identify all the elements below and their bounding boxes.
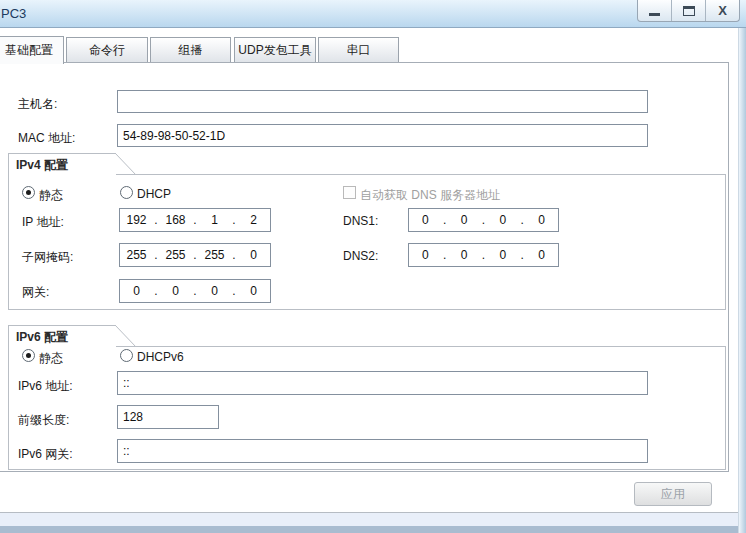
ip-octet: 0 (237, 284, 270, 298)
mac-label: MAC 地址: (18, 130, 75, 147)
ipv6-gateway-label: IPv6 网关: (18, 446, 73, 463)
ipv6-dhcp-label: DHCPv6 (137, 350, 184, 364)
ip-octet: 0 (237, 248, 270, 262)
dns1-label: DNS1: (343, 214, 378, 228)
ip-octet: 2 (237, 213, 270, 227)
close-button[interactable]: X (705, 0, 739, 21)
dns1-input[interactable]: 0.0.0.0 (408, 208, 559, 232)
apply-button[interactable]: 应用 (634, 482, 712, 506)
ip-octet: 0 (448, 248, 481, 262)
window-title: PC3 (1, 6, 26, 21)
panel-border (0, 471, 729, 472)
mac-input[interactable] (117, 124, 648, 147)
ipv4-static-radio[interactable] (22, 186, 35, 199)
ip-octet: 0 (120, 284, 153, 298)
window-frame-bottom (0, 513, 746, 526)
ip-octet: 0 (198, 284, 231, 298)
prefix-length-label: 前缀长度: (18, 412, 69, 429)
ipv4-section-title: IPv4 配置 (8, 153, 116, 175)
ip-octet: 0 (525, 213, 558, 227)
ipv6-static-label: 静态 (39, 350, 63, 367)
panel-border (0, 62, 729, 63)
gateway-input[interactable]: 0.0.0.0 (119, 279, 271, 303)
ip-octet: 0 (448, 213, 481, 227)
ip-octet: 1 (198, 213, 231, 227)
ipv6-section-title: IPv6 配置 (8, 325, 116, 347)
ipv4-dhcp-label: DHCP (137, 187, 171, 201)
ipv6-gateway-input[interactable] (117, 439, 648, 463)
tab-udp-tool[interactable]: UDP发包工具 (234, 37, 316, 62)
hostname-label: 主机名: (18, 96, 57, 113)
hostname-input[interactable] (117, 90, 648, 113)
close-icon: X (718, 4, 727, 17)
auto-dns-label: 自动获取 DNS 服务器地址 (360, 187, 500, 204)
ipv6-dhcp-radio[interactable] (120, 349, 133, 362)
maximize-button[interactable] (671, 0, 705, 21)
gateway-label: 网关: (22, 284, 49, 301)
window-controls: X (637, 0, 740, 22)
prefix-length-input[interactable] (117, 405, 219, 429)
panel-border (728, 62, 729, 471)
ip-octet: 0 (409, 213, 442, 227)
minimize-icon (649, 13, 660, 16)
window-frame-bottom-edge (0, 526, 746, 533)
ip-octet: 255 (120, 248, 153, 262)
ip-octet: 0 (409, 248, 442, 262)
ip-octet: 0 (487, 248, 520, 262)
ip-octet: 255 (198, 248, 231, 262)
title-bar[interactable]: PC3 (0, 0, 746, 28)
subnet-mask-input[interactable]: 255.255.255.0 (119, 243, 271, 267)
minimize-button[interactable] (638, 0, 671, 21)
subnet-mask-label: 子网掩码: (22, 249, 73, 266)
tab-multicast[interactable]: 组播 (150, 37, 231, 62)
window-frame-right (738, 28, 746, 533)
ipv4-group-tab-diagonal (115, 153, 137, 175)
ipv6-group-tab-diagonal (115, 325, 137, 347)
dns2-input[interactable]: 0.0.0.0 (408, 243, 559, 267)
ip-octet: 168 (159, 213, 192, 227)
ipv4-static-label: 静态 (39, 187, 63, 204)
ip-octet: 0 (487, 213, 520, 227)
ipv6-address-label: IPv6 地址: (18, 378, 73, 395)
ip-octet: 0 (159, 284, 192, 298)
ipv6-static-radio[interactable] (22, 349, 35, 362)
ip-address-input[interactable]: 192.168.1.2 (119, 208, 271, 232)
ipv4-dhcp-radio[interactable] (120, 186, 133, 199)
tab-basic-config[interactable]: 基础配置 (0, 36, 64, 64)
ipv6-address-input[interactable] (117, 371, 648, 395)
ip-address-label: IP 地址: (22, 214, 64, 231)
auto-dns-checkbox[interactable] (343, 186, 356, 199)
maximize-icon (683, 6, 695, 16)
tab-serial[interactable]: 串口 (318, 37, 399, 62)
tab-command-line[interactable]: 命令行 (66, 37, 148, 62)
dns2-label: DNS2: (343, 249, 378, 263)
ip-octet: 0 (525, 248, 558, 262)
ip-octet: 192 (120, 213, 153, 227)
ip-octet: 255 (159, 248, 192, 262)
pc-config-window: PC3 X 基础配置 命令行 组播 UDP发包工具 串口 主机名: MAC 地址… (0, 0, 746, 533)
